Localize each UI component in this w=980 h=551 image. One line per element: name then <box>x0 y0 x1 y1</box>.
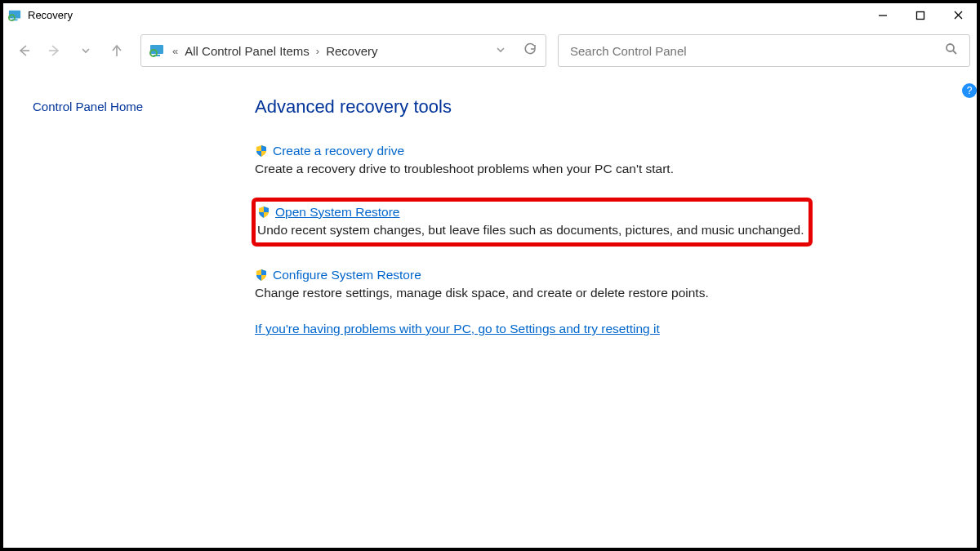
sidebar: Control Panel Home <box>3 73 216 548</box>
highlight-annotation: Open System Restore Undo recent system c… <box>252 198 813 247</box>
tool-create-recovery-drive: Create a recovery drive Create a recover… <box>255 144 813 176</box>
breadcrumb-overflow-icon[interactable]: « <box>172 45 178 57</box>
tool-open-system-restore: Open System Restore Undo recent system c… <box>255 198 813 247</box>
recovery-app-icon <box>8 9 23 22</box>
open-system-restore-desc: Undo recent system changes, but leave fi… <box>257 223 804 238</box>
title-bar: Recovery <box>3 3 977 28</box>
address-dropdown-icon[interactable] <box>495 44 506 58</box>
configure-system-restore-link[interactable]: Configure System Restore <box>273 268 421 282</box>
breadcrumb-current[interactable]: Recovery <box>326 44 377 58</box>
tool-configure-system-restore: Configure System Restore Change restore … <box>255 268 813 300</box>
shield-icon <box>255 144 268 158</box>
shield-icon <box>255 269 268 282</box>
configure-system-restore-desc: Change restore settings, manage disk spa… <box>255 286 813 300</box>
control-panel-home-link[interactable]: Control Panel Home <box>33 100 143 113</box>
svg-rect-4 <box>917 11 924 19</box>
back-button[interactable] <box>15 42 33 60</box>
refresh-button[interactable] <box>523 42 537 60</box>
content-area: Control Panel Home Advanced recovery too… <box>3 73 977 548</box>
up-button[interactable] <box>108 42 126 60</box>
maximize-button[interactable] <box>902 3 939 28</box>
chevron-right-icon: › <box>316 45 319 57</box>
toolbar: « All Control Panel Items › Recovery <box>3 28 977 73</box>
search-input[interactable] <box>570 44 945 58</box>
create-recovery-drive-link[interactable]: Create a recovery drive <box>273 144 404 158</box>
window-controls <box>864 3 977 28</box>
forward-button[interactable] <box>46 42 64 60</box>
main-panel: Advanced recovery tools Create a recover… <box>216 73 837 548</box>
recent-dropdown-icon[interactable] <box>77 42 95 60</box>
minimize-button[interactable] <box>864 3 902 28</box>
close-button[interactable] <box>939 3 977 28</box>
open-system-restore-link[interactable]: Open System Restore <box>275 205 399 220</box>
search-icon[interactable] <box>945 42 958 59</box>
svg-point-13 <box>947 44 954 51</box>
page-heading: Advanced recovery tools <box>255 96 813 118</box>
address-bar[interactable]: « All Control Panel Items › Recovery <box>140 34 546 67</box>
svg-line-14 <box>953 51 956 54</box>
search-bar[interactable] <box>558 34 970 67</box>
window-title: Recovery <box>28 9 73 21</box>
reset-pc-link[interactable]: If you're having problems with your PC, … <box>255 322 813 336</box>
breadcrumb-parent[interactable]: All Control Panel Items <box>185 44 310 58</box>
control-panel-icon <box>149 43 166 58</box>
create-recovery-drive-desc: Create a recovery drive to troubleshoot … <box>255 162 813 176</box>
shield-icon <box>257 206 270 219</box>
nav-arrows <box>15 42 126 60</box>
